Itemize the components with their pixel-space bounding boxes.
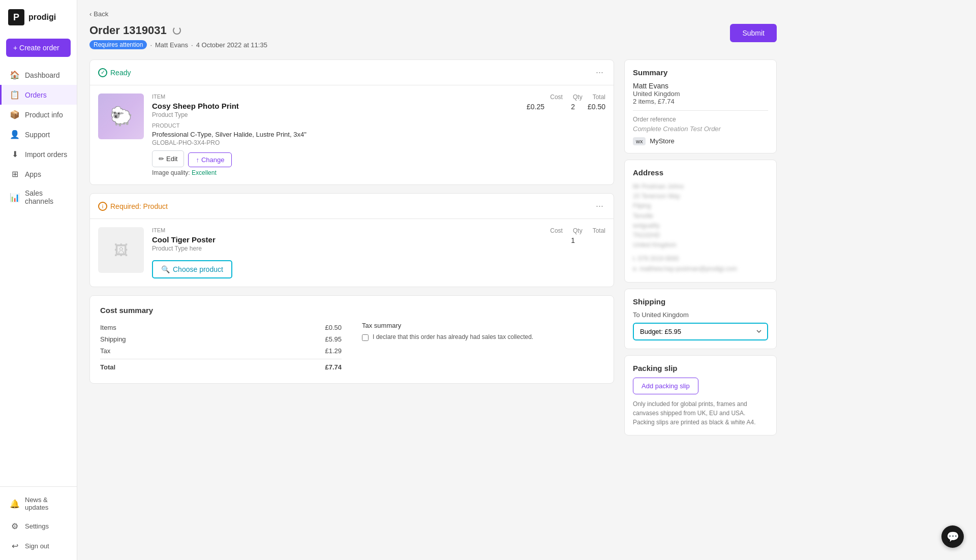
summary-name: Matt Evans bbox=[633, 82, 768, 90]
sidebar-item-product-info[interactable]: 📦 Product info bbox=[0, 105, 77, 125]
info-icon: i bbox=[98, 202, 107, 211]
nav-bottom: 🔔 News & updates ⚙ Settings ↩ Sign out bbox=[0, 486, 77, 560]
address-card: Address Mr Postman Johns 15 Tenerson Way… bbox=[624, 160, 777, 283]
item2-row: 🖼 ITEM Cool Tiger Poster Product Type he… bbox=[90, 219, 614, 287]
item2-more-button[interactable]: ··· bbox=[594, 201, 605, 211]
item2-cost bbox=[524, 236, 544, 244]
cost-row-total: Total £7.74 bbox=[100, 359, 342, 373]
sidebar-item-orders[interactable]: 📋 Orders bbox=[0, 85, 77, 105]
cost-label: Cost bbox=[550, 94, 563, 101]
shipping-select[interactable]: Budget: £5.95 Standard: £7.95 Express: £… bbox=[633, 323, 768, 340]
sidebar-item-settings[interactable]: ⚙ Settings bbox=[0, 516, 77, 536]
sidebar-item-label: Dashboard bbox=[25, 71, 60, 79]
items-label: Items bbox=[100, 324, 116, 331]
summary-country: United Kingdom bbox=[633, 90, 768, 98]
packing-note: Only included for global prints, frames … bbox=[633, 399, 768, 427]
main-column: ✓ Ready ··· 🐑 ITEM Cosy Sheep Photo Prin… bbox=[89, 59, 614, 384]
qty-label2: Qty bbox=[573, 227, 583, 234]
cost-col: Items £0.50 Shipping £5.95 Tax £1.29 bbox=[100, 322, 342, 373]
cost-row-tax: Tax £1.29 bbox=[100, 345, 342, 357]
item1-card-header: ✓ Ready ··· bbox=[90, 60, 614, 85]
packing-slip-card: Packing slip Add packing slip Only inclu… bbox=[624, 355, 777, 435]
item2-image-placeholder: 🖼 bbox=[98, 227, 144, 273]
tax-summary-title: Tax summary bbox=[362, 322, 603, 329]
item1-type: Product Type bbox=[152, 111, 516, 118]
cost-row-shipping: Shipping £5.95 bbox=[100, 333, 342, 345]
right-sidebar: Summary Matt Evans United Kingdom 2 item… bbox=[624, 59, 777, 442]
cost-summary-grid: Items £0.50 Shipping £5.95 Tax £1.29 bbox=[100, 322, 603, 373]
item1-cost-values: £0.25 2 £0.50 bbox=[524, 103, 605, 111]
item1-more-button[interactable]: ··· bbox=[594, 67, 605, 78]
add-packing-slip-button[interactable]: Add packing slip bbox=[633, 378, 698, 394]
home-icon: 🏠 bbox=[10, 70, 20, 80]
item2-card: i Required: Product ··· 🖼 ITEM Cool Tige… bbox=[89, 193, 614, 287]
qty-label: Qty bbox=[573, 94, 583, 101]
item2-details: ITEM Cool Tiger Poster Product Type here… bbox=[152, 227, 516, 278]
shipping-value: £5.95 bbox=[325, 335, 342, 343]
order-user: Matt Evans bbox=[155, 41, 188, 49]
item1-actions: ✏ Edit ↑ Change bbox=[152, 150, 516, 167]
create-order-button[interactable]: + Create order bbox=[6, 39, 71, 57]
item2-status-text: Required: Product bbox=[110, 202, 168, 210]
item2-card-header: i Required: Product ··· bbox=[90, 194, 614, 219]
sidebar-item-dashboard[interactable]: 🏠 Dashboard bbox=[0, 65, 77, 85]
apps-icon: ⊞ bbox=[10, 169, 20, 179]
status-badge: Requires attention bbox=[89, 40, 147, 49]
sidebar-item-news[interactable]: 🔔 News & updates bbox=[0, 491, 77, 516]
shipping-label: Shipping bbox=[100, 335, 126, 343]
sidebar-item-apps[interactable]: ⊞ Apps bbox=[0, 164, 77, 184]
tax-checkbox[interactable] bbox=[362, 334, 369, 341]
item1-change-button[interactable]: ↑ Change bbox=[188, 152, 232, 167]
refresh-icon[interactable] bbox=[173, 26, 181, 35]
submit-button[interactable]: Submit bbox=[730, 24, 777, 42]
orders-icon: 📋 bbox=[10, 90, 20, 100]
item2-cost-section: Cost Qty Total 1 bbox=[524, 227, 605, 244]
back-link[interactable]: ‹ Back bbox=[89, 10, 777, 18]
total-value: £7.74 bbox=[325, 363, 342, 371]
choose-product-button[interactable]: 🔍 Choose product bbox=[152, 260, 232, 278]
import-icon: ⬇ bbox=[10, 149, 20, 159]
item1-card: ✓ Ready ··· 🐑 ITEM Cosy Sheep Photo Prin… bbox=[89, 59, 614, 185]
item1-image: 🐑 bbox=[98, 94, 144, 139]
item1-cost-section: Cost Qty Total £0.25 2 £0.50 bbox=[524, 94, 605, 111]
item1-total: £0.50 bbox=[585, 103, 605, 111]
cost-summary-title: Cost summary bbox=[100, 306, 603, 315]
sidebar-item-label: Settings bbox=[25, 522, 49, 530]
bell-icon: 🔔 bbox=[10, 499, 20, 509]
order-ref-label: Order reference bbox=[633, 116, 768, 123]
gear-icon: ⚙ bbox=[10, 521, 20, 531]
store-badge: wx bbox=[633, 137, 646, 145]
order-ref-value: Complete Creation Test Order bbox=[633, 125, 768, 133]
sidebar-item-label: Import orders bbox=[25, 150, 67, 159]
sidebar-item-support[interactable]: 👤 Support bbox=[0, 125, 77, 144]
item1-item-label: ITEM bbox=[152, 94, 516, 100]
app-name: prodigi bbox=[28, 13, 56, 22]
chat-icon: 💬 bbox=[947, 531, 959, 543]
shipping-title: Shipping bbox=[633, 297, 768, 306]
order-meta: Requires attention · Matt Evans · 4 Octo… bbox=[89, 40, 267, 49]
item1-cost: £0.25 bbox=[524, 103, 544, 111]
item1-name: Cosy Sheep Photo Print bbox=[152, 102, 516, 110]
product-icon: 📦 bbox=[10, 110, 20, 119]
item2-type: Product Type here bbox=[152, 245, 516, 252]
quality-value: Excellent bbox=[192, 169, 217, 176]
content-area: ‹ Back Order 1319031 Requires attention … bbox=[77, 0, 789, 452]
chat-button[interactable]: 💬 bbox=[941, 525, 964, 548]
packing-slip-title: Packing slip bbox=[633, 364, 768, 372]
items-value: £0.50 bbox=[325, 324, 342, 331]
order-header-left: Order 1319031 Requires attention · Matt … bbox=[89, 24, 267, 49]
sidebar-item-label: Sign out bbox=[25, 542, 49, 550]
total-label: Total bbox=[593, 94, 605, 101]
shipping-card: Shipping To United Kingdom Budget: £5.95… bbox=[624, 289, 777, 349]
sidebar-item-label: News & updates bbox=[25, 496, 69, 511]
sidebar-item-label: Orders bbox=[25, 91, 47, 99]
page-header: Order 1319031 Requires attention · Matt … bbox=[89, 24, 777, 49]
item1-edit-button[interactable]: ✏ Edit bbox=[152, 150, 184, 167]
image-quality: Image quality: Excellent bbox=[152, 169, 516, 176]
summary-items-info: 2 items, £7.74 bbox=[633, 98, 768, 105]
sidebar-item-import-orders[interactable]: ⬇ Import orders bbox=[0, 144, 77, 164]
sidebar-item-sales-channels[interactable]: 📊 Sales channels bbox=[0, 184, 77, 210]
main-content: ‹ Back Order 1319031 Requires attention … bbox=[77, 0, 976, 560]
item2-item-label: ITEM bbox=[152, 227, 516, 233]
sidebar-item-sign-out[interactable]: ↩ Sign out bbox=[0, 536, 77, 556]
